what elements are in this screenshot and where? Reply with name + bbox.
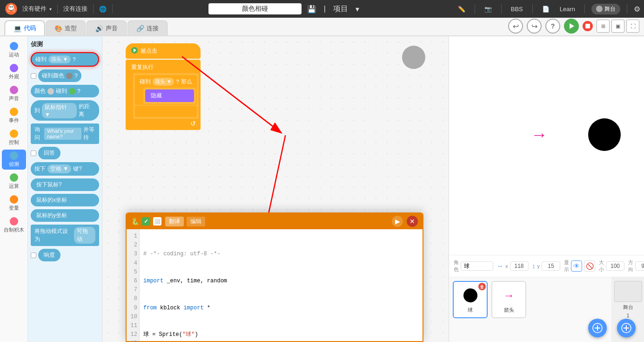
cat-looks[interactable]: 外观	[2, 62, 26, 82]
y-value[interactable]: 15	[542, 261, 560, 271]
block-setdrag[interactable]: 将拖动模式设为 可拖动	[31, 225, 99, 246]
project-dropdown-icon[interactable]: ▾	[354, 4, 361, 14]
checkbox-loudness[interactable]	[31, 253, 36, 258]
bbs-label[interactable]: BBS	[508, 5, 526, 14]
drag-dropdown[interactable]: 可拖动	[74, 227, 96, 244]
cat-looks-label: 外观	[9, 73, 19, 80]
repeat-block[interactable]: 重复执行 碰到 筛头 ▼ ? 那么	[126, 60, 201, 130]
cat-operators[interactable]: 运算	[2, 171, 26, 192]
edit-tab[interactable]: 编辑	[187, 217, 205, 226]
sprite-delete-ball[interactable]: 🗑	[478, 283, 486, 290]
cat-events[interactable]: 事件	[2, 106, 26, 126]
block-answer[interactable]: 回答	[38, 147, 60, 159]
globe-btn[interactable]: 🌐	[99, 6, 107, 13]
resize-stage-btn[interactable]: ▣	[611, 20, 624, 33]
tab-connect[interactable]: 🔗 连接	[127, 21, 168, 35]
block-mousex[interactable]: 鼠标的x坐标	[31, 194, 99, 206]
code-close-btn[interactable]: ✕	[407, 216, 418, 227]
run-button[interactable]	[564, 19, 579, 34]
connection-status[interactable]: 没有连接	[63, 5, 87, 13]
redo-button[interactable]: ↪	[527, 19, 542, 34]
edit-icon[interactable]: ✏️	[455, 5, 468, 14]
stage-dot	[596, 6, 603, 12]
sprite-name-input[interactable]	[461, 261, 493, 271]
tab-code[interactable]: 💻 代码	[5, 21, 45, 35]
block-mousey[interactable]: 鼠标的y坐标	[31, 209, 99, 222]
if-touching-block[interactable]: 碰到 筛头 ▼ ? 那么 隐藏	[135, 75, 197, 105]
block-color-touching[interactable]: 颜色 碰到 ?	[31, 85, 99, 97]
cat-motion[interactable]: 运动	[2, 40, 26, 60]
block-loudness[interactable]: 响度	[38, 249, 60, 261]
project-name-input[interactable]	[208, 3, 302, 14]
help-button[interactable]: ?	[545, 19, 560, 34]
block-touching-color[interactable]: 碰到颜色 ?	[38, 69, 81, 82]
scratch-canvas[interactable]: 被点击 重复执行 碰到 筛头 ▼ ? 那么	[102, 36, 449, 342]
distance-dropdown[interactable]: 鼠标指针 ▼	[42, 103, 77, 118]
block-distance[interactable]: 到 鼠标指针 ▼ 的距离	[31, 100, 99, 121]
resize-split-btn[interactable]: ⊞	[597, 20, 610, 33]
undo-button[interactable]: ↩	[508, 19, 523, 34]
stage-button[interactable]: 舞台	[591, 4, 620, 14]
cat-variables[interactable]: 变量	[2, 193, 26, 213]
cat-sound[interactable]: 声音	[2, 84, 26, 104]
block-mousedown[interactable]: 按下鼠标?	[31, 178, 99, 191]
touching-color-q: ?	[74, 73, 78, 79]
checkbox-touching-color[interactable]	[31, 73, 36, 79]
visible-label: 显示	[564, 259, 569, 273]
direction-value[interactable]: 90	[635, 261, 644, 271]
line-num-10: 10	[128, 313, 137, 321]
cat-control[interactable]: 控制	[2, 128, 26, 148]
project-menu-label[interactable]: 项目	[331, 3, 350, 15]
ask-wait: 并等待	[83, 126, 95, 142]
line-num-6: 6	[128, 277, 137, 286]
fullscreen-btn[interactable]: ⛶	[626, 20, 639, 33]
code-play-btn[interactable]: ▶	[392, 216, 403, 227]
blocks-panel: 侦测 碰到 筛头 ▼ ? 碰到颜色 ? 颜色 碰到	[28, 36, 102, 342]
ask-text: 询问	[34, 126, 42, 142]
x-value[interactable]: 118	[510, 261, 529, 271]
globe-icon: 🌐	[99, 6, 107, 13]
cat-myblocks[interactable]: 自制积木	[2, 215, 26, 235]
learn-icon: 📄	[539, 5, 552, 14]
hide-block[interactable]: 隐藏	[145, 89, 194, 102]
ball-circle	[463, 288, 477, 302]
key-dropdown[interactable]: 空格 ▼	[47, 164, 71, 173]
hide-btn[interactable]: 🚫	[584, 260, 595, 272]
cat-sensing[interactable]: 侦测	[2, 150, 26, 170]
sprite-card-ball[interactable]: 🗑 球	[453, 281, 488, 318]
touching-color-text: 碰到颜色	[42, 72, 64, 80]
settings-icon[interactable]: ⚙	[634, 5, 640, 14]
learn-label[interactable]: Learn	[557, 5, 578, 14]
block-touching[interactable]: 碰到 筛头 ▼ ?	[31, 52, 99, 67]
if-then-label: 那么	[181, 78, 192, 86]
block-keypressed[interactable]: 按下 空格 ▼ 键?	[31, 162, 99, 176]
block-ask[interactable]: 询问 What's your name? 并等待	[31, 123, 99, 144]
sprite-info: 角色 ↔ x 118 ↕ y 15 显示 👁 🚫 大小	[449, 255, 644, 277]
center-area[interactable]: 被点击 重复执行 碰到 筛头 ▼ ? 那么	[102, 36, 449, 342]
sprite-card-arrow[interactable]: → 箭头	[491, 281, 526, 318]
cat-operators-dot	[10, 173, 18, 182]
save-icon[interactable]: 💾	[305, 4, 318, 14]
cat-control-dot	[10, 130, 18, 138]
stop-button[interactable]	[583, 21, 593, 31]
checkbox-answer[interactable]	[31, 150, 36, 156]
hardware-selector[interactable]: 没有硬件 ▾	[22, 5, 52, 13]
tab-sound[interactable]: 🔊 声音	[87, 21, 127, 35]
cat-events-label: 事件	[9, 117, 19, 124]
python-icon: 🐍	[131, 218, 139, 225]
hat-block[interactable]: 被点击	[126, 43, 201, 59]
camera-icon[interactable]: 📷	[482, 5, 495, 14]
show-btn[interactable]: 👁	[571, 260, 582, 272]
translate-tab[interactable]: 翻译	[165, 217, 184, 226]
touching-if-dropdown[interactable]: 筛头 ▼	[153, 78, 174, 86]
add-backdrop-button[interactable]	[617, 319, 636, 337]
tab-costume[interactable]: 🎨 造型	[46, 21, 86, 35]
code-content[interactable]: # -*- coding: utf-8 -*- import _env, tim…	[140, 229, 423, 341]
divider-4	[475, 4, 475, 14]
size-value[interactable]: 100	[606, 261, 624, 271]
touching-dropdown[interactable]: 筛头 ▼	[48, 55, 71, 63]
add-sprite-button[interactable]	[588, 319, 607, 337]
stage-arrow-sprite: →	[531, 125, 548, 144]
line-numbers: 1 2 3 4 5 6 7 8 9 10 11 12 13	[127, 229, 140, 341]
cat-sensing-label: 侦测	[9, 161, 19, 168]
